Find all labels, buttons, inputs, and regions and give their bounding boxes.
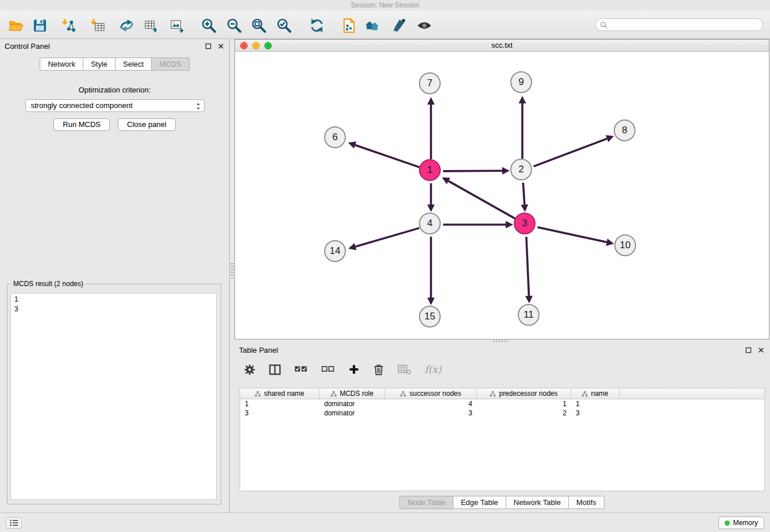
table-options-gear-icon[interactable] [244, 364, 256, 376]
optimization-criterion-dropdown[interactable]: strongly connected component [25, 99, 205, 112]
window-maximize-icon[interactable] [264, 42, 272, 49]
graph-node-4[interactable]: 4 [419, 213, 441, 234]
edge-3-1[interactable] [448, 181, 515, 219]
network-canvas[interactable]: 7968124314101511 [235, 52, 769, 339]
table-cell: 2 [477, 408, 571, 418]
graph-node-11[interactable]: 11 [518, 304, 540, 326]
graph-node-3[interactable]: 3 [514, 213, 536, 234]
import-table-button[interactable] [88, 17, 106, 34]
tab-edge-table[interactable]: Edge Table [453, 496, 506, 509]
zoom-fit-button[interactable] [250, 17, 267, 34]
save-session-button[interactable] [31, 17, 48, 34]
graph-node-6[interactable]: 6 [324, 126, 346, 148]
save-floppy-icon [32, 18, 48, 33]
edge-arrowhead [606, 238, 614, 246]
import-network-button[interactable] [60, 17, 77, 34]
window-minimize-icon[interactable] [252, 42, 260, 49]
zoom-selected-button[interactable] [275, 17, 292, 34]
edge-3-11[interactable] [526, 237, 529, 296]
show-columns-icon[interactable] [269, 364, 281, 376]
edge-arrowhead [506, 221, 513, 229]
edge-2-8[interactable] [534, 138, 607, 166]
table-cell: 3 [385, 408, 477, 418]
column-header-shared-name[interactable]: shared name [240, 388, 319, 399]
document-share-button[interactable] [340, 17, 357, 34]
style-brush-icon [391, 18, 406, 33]
close-panel-icon[interactable] [757, 346, 765, 354]
horizontal-splitter[interactable] [493, 340, 508, 342]
tab-style[interactable]: Style [83, 57, 116, 71]
import-table-icon [90, 18, 105, 33]
export-network-button[interactable] [118, 17, 135, 34]
home-button[interactable] [363, 17, 380, 34]
mcds-result-list[interactable]: 13 [10, 293, 217, 500]
column-header-MCDS-role[interactable]: MCDS role [319, 388, 385, 399]
style-brush-button[interactable] [390, 17, 407, 34]
document-share-icon [341, 18, 357, 33]
open-session-button[interactable] [7, 17, 24, 34]
graph-node-2[interactable]: 2 [510, 159, 532, 180]
column-header-successor-nodes[interactable]: successor nodes [385, 388, 477, 399]
graph-node-7[interactable]: 7 [419, 72, 441, 94]
window-close-icon[interactable] [240, 42, 248, 49]
column-header-label: predecessor nodes [499, 390, 557, 398]
table-panel-header: Table Panel [234, 343, 769, 357]
task-history-button[interactable] [6, 517, 22, 529]
search-input[interactable] [595, 18, 763, 31]
refresh-button[interactable] [308, 17, 325, 34]
edge-arrowhead [348, 141, 356, 148]
close-panel-button[interactable]: Close panel [118, 118, 176, 131]
graph-node-15[interactable]: 15 [419, 306, 441, 327]
memory-button[interactable]: Memory [718, 516, 764, 529]
tab-motifs[interactable]: Motifs [569, 496, 605, 509]
tab-network[interactable]: Network [40, 57, 83, 71]
zoom-in-button[interactable] [200, 17, 217, 34]
edge-1-6[interactable] [355, 145, 419, 167]
table-row[interactable]: 3dominator323 [240, 408, 764, 418]
export-image-button[interactable] [168, 17, 186, 34]
edge-4-14[interactable] [356, 228, 419, 246]
network-window-titlebar[interactable]: scc.txt [235, 40, 769, 52]
tab-node-table[interactable]: Node Table [399, 496, 453, 509]
show-hide-button[interactable] [415, 17, 433, 34]
optimization-criterion-label: Optimization criterion: [0, 86, 229, 94]
tab-select[interactable]: Select [116, 57, 152, 71]
delete-table-icon [398, 364, 411, 375]
export-table-button[interactable] [143, 17, 160, 34]
edge-1-2[interactable] [443, 171, 502, 171]
task-list-icon [9, 519, 19, 527]
column-header-label: shared name [264, 390, 304, 398]
tab-mcds[interactable]: MCDS [152, 57, 189, 71]
network-window-title: scc.txt [491, 41, 513, 49]
graph-node-14[interactable]: 14 [324, 240, 346, 262]
zoom-in-icon [201, 18, 217, 33]
close-panel-icon[interactable] [217, 42, 225, 50]
float-panel-icon[interactable] [204, 42, 212, 50]
graph-node-10[interactable]: 10 [614, 234, 636, 256]
import-network-icon [61, 18, 76, 33]
edge-3-10[interactable] [538, 227, 607, 242]
graph-node-9[interactable]: 9 [510, 71, 532, 93]
dropdown-stepper-icon [195, 102, 201, 114]
deselect-all-icon[interactable] [321, 364, 335, 375]
run-mcds-button[interactable]: Run MCDS [53, 118, 110, 131]
memory-label: Memory [733, 519, 758, 527]
graph-node-1[interactable]: 1 [419, 159, 441, 181]
graph-node-8[interactable]: 8 [614, 119, 636, 141]
control-panel: Control Panel NetworkStyleSelectMCDS Opt… [0, 39, 230, 512]
table-cell: 1 [477, 399, 571, 408]
node-table: shared nameMCDS rolesuccessor nodesprede… [240, 388, 765, 491]
delete-rows-icon[interactable] [373, 363, 384, 376]
function-builder-icon: f(x) [425, 364, 441, 375]
column-header-name[interactable]: name [571, 388, 619, 399]
add-column-icon[interactable] [348, 364, 360, 375]
tab-network-table[interactable]: Network Table [506, 496, 569, 509]
select-all-icon[interactable] [294, 364, 308, 375]
vertical-splitter[interactable] [230, 263, 234, 278]
edge-2-3[interactable] [523, 183, 524, 205]
float-panel-icon[interactable] [744, 346, 752, 354]
table-cell: 1 [571, 399, 619, 408]
column-header-predecessor-nodes[interactable]: predecessor nodes [477, 388, 571, 399]
zoom-out-button[interactable] [225, 17, 242, 34]
table-row[interactable]: 1dominator411 [240, 399, 764, 408]
